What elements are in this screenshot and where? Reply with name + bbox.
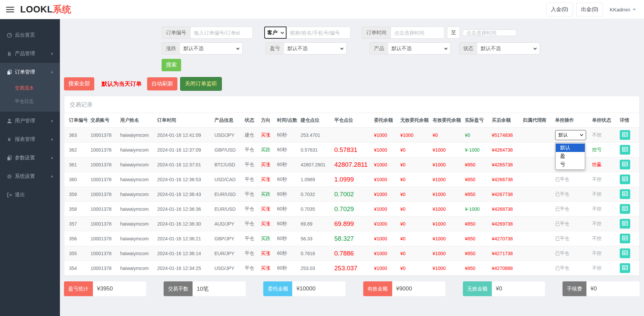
cell-valid-entrust: ¥1000 (433, 206, 465, 212)
cell-actual-pnl: ¥850 (465, 251, 492, 256)
sidebar-item[interactable]: B产品管理 (0, 44, 60, 63)
cell-status: 平仓 (245, 265, 261, 271)
dropdown-option[interactable]: 亏 (556, 160, 585, 169)
summary-label: 无效金额 (463, 281, 492, 296)
cell-invalid-entrust: ¥0 (400, 147, 433, 153)
start-time-input[interactable] (391, 27, 444, 39)
cell-account: 10001378 (91, 132, 120, 138)
cell-entrust-balance: ¥1000 (374, 147, 400, 153)
end-time-input[interactable] (463, 30, 516, 36)
column-header: 买后余额 (492, 117, 523, 123)
cell-valid-entrust: ¥1000 (433, 147, 465, 153)
cell-order-time: 2024-01-16 12:37:09 (157, 147, 214, 153)
cell-invalid-entrust: ¥0 (400, 221, 433, 227)
sidebar-item[interactable]: 后台首页 (0, 26, 60, 44)
rise-fall-select[interactable]: 默认不选 (180, 42, 243, 54)
detail-button[interactable] (620, 174, 630, 184)
cell-direction: 买涨 (261, 265, 277, 271)
detail-button[interactable] (620, 248, 630, 258)
chevron-right-icon (52, 175, 53, 178)
cell-actual-pnl: ¥850 (465, 192, 492, 197)
cell-order-time: 2024-01-16 12:37:01 (157, 162, 214, 167)
search-all-button[interactable]: 搜索全部 (64, 77, 94, 90)
cell-control-op: 已平仓 (555, 176, 592, 183)
control-dropdown-menu: 默认盈亏 (555, 143, 585, 170)
cell-product: EUR/USD (214, 206, 245, 212)
app-logo: LOOKL系统 (20, 3, 71, 15)
detail-button[interactable] (620, 204, 630, 214)
cell-direction: 买跌 (261, 191, 277, 197)
sidebar-item[interactable]: 用户管理 (0, 112, 60, 130)
cell-open-point: 1.0989 (301, 177, 334, 182)
table-icon (622, 191, 628, 197)
user-menu[interactable]: KKadmin (606, 4, 639, 15)
cell-product: EUR/USD (214, 192, 245, 197)
orders-icon (7, 70, 15, 75)
cell-account: 10001378 (91, 221, 120, 227)
sidebar-item[interactable]: 订单管理 (0, 63, 60, 81)
auto-refresh-button[interactable]: 自动刷新 (147, 77, 177, 90)
cell-control-op: 已平仓 (555, 191, 592, 197)
detail-button[interactable] (620, 234, 630, 243)
dropdown-option[interactable]: 默认 (556, 144, 585, 152)
sidebar-item[interactable]: ¥报表管理 (0, 130, 60, 149)
cell-open-point: 253.4701 (301, 132, 334, 138)
main-content: 订单编号 客户 订单时间 至 (60, 19, 644, 316)
sidebar-subitem[interactable]: 平仓日志 (0, 95, 60, 108)
customer-type-value: 客户 (267, 30, 277, 36)
cell-account: 10001378 (91, 147, 120, 153)
cell-open-point: 0.7032 (301, 192, 334, 197)
withdraw-button[interactable]: 出金(0) (576, 3, 603, 16)
profit-select[interactable]: 默认不选 (284, 42, 347, 54)
status-select[interactable]: 默认不选 (477, 42, 540, 54)
cell-entrust-balance: ¥1000 (374, 132, 400, 138)
cell-status: 平仓 (245, 250, 261, 256)
sidebar-item[interactable]: 参数设置 (0, 149, 60, 167)
table-row: 35510001378haiwaiymcom2024-01-16 12:36:1… (64, 246, 639, 261)
menu-toggle-icon[interactable] (6, 5, 14, 14)
cell-after-balance: ¥4266738 (492, 177, 523, 182)
close-monitor-button[interactable]: 关闭订单监听 (180, 77, 222, 91)
dropdown-option[interactable]: 盈 (556, 152, 585, 160)
summary-value: ¥0 (586, 281, 640, 296)
order-no-input[interactable] (190, 27, 253, 39)
cell-product: GBP/USD (214, 147, 245, 153)
cell-control-state: 控亏 (592, 147, 620, 153)
cell-status: 平仓 (245, 221, 261, 227)
product-select[interactable]: 默认不选 (388, 42, 451, 54)
cell-username: haiwaiymcom (120, 192, 157, 197)
chevron-down-icon (281, 31, 284, 34)
detail-button[interactable] (620, 189, 630, 199)
customer-type-select[interactable]: 客户 (264, 27, 286, 39)
table-row: 35410001378haiwaiymcom2024-01-16 12:34:2… (64, 261, 639, 276)
deposit-button[interactable]: 入金(0) (546, 3, 573, 16)
detail-button[interactable] (620, 160, 630, 169)
cell-control-state: 控赢 (592, 162, 620, 168)
cell-actual-pnl: ¥-1000 (465, 147, 492, 153)
detail-button[interactable] (620, 263, 630, 273)
cell-username: haiwaiymcom (120, 206, 157, 212)
detail-button[interactable] (620, 219, 630, 229)
cell-order-id: 354 (69, 266, 91, 271)
sidebar-item[interactable]: 退出 (0, 186, 60, 204)
action-bar: 搜索全部 默认为当天订单 自动刷新 关闭订单监听 (64, 77, 640, 91)
cell-close-point: 0.7886 (334, 250, 374, 257)
sidebar-subitem[interactable]: 交易流水 (0, 81, 60, 95)
control-select[interactable]: 默认 (555, 130, 586, 140)
column-header: 详情 (620, 117, 635, 123)
cell-username: haiwaiymcom (120, 147, 157, 153)
cell-control-op: 已平仓 (555, 265, 592, 271)
cell-entrust-balance: ¥1000 (374, 192, 400, 197)
table-icon (622, 221, 628, 227)
column-header: 平仓点位 (334, 117, 374, 123)
customer-input[interactable] (286, 27, 350, 39)
search-button[interactable]: 搜索 (162, 59, 181, 71)
detail-button[interactable] (620, 130, 630, 140)
cell-actual-pnl: ¥850 (465, 177, 492, 182)
sidebar-item[interactable]: 系统设置 (0, 167, 60, 186)
status-label: 状态 (459, 42, 477, 54)
cell-after-balance: ¥4267738 (492, 192, 523, 197)
dashboard-icon (7, 33, 15, 38)
detail-button[interactable] (620, 145, 630, 155)
cell-control-state: 不控 (592, 250, 620, 256)
